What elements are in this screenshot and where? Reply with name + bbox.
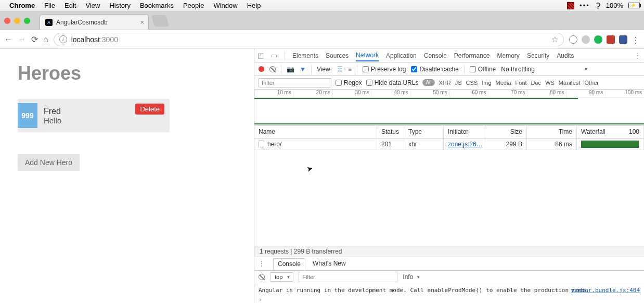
filter-js[interactable]: JS [455,80,462,86]
menu-edit[interactable]: Edit [65,2,76,9]
offline-checkbox[interactable]: Offline [470,66,496,73]
tick: 60 ms [449,90,488,97]
menu-view[interactable]: View [85,2,100,9]
address-bar[interactable]: i localhost:3000 ☆ [54,33,564,46]
hide-data-urls-checkbox[interactable]: Hide data URLs [366,79,419,86]
console-context-select[interactable]: top▼ [270,272,293,282]
inspect-icon[interactable]: ◰ [257,52,264,59]
filter-img[interactable]: Img [482,80,491,86]
menu-bookmarks[interactable]: Bookmarks [140,2,174,9]
tab-network[interactable]: Network [356,52,379,61]
timeline-bar [254,98,578,99]
ext-icon-5[interactable] [619,35,627,44]
menu-file[interactable]: File [44,2,55,9]
tab-sources[interactable]: Sources [326,52,349,59]
filter-other[interactable]: Other [584,80,599,86]
network-grid-body[interactable]: hero/ 201 xhr zone.js:26… 299 B 86 ms [254,138,644,246]
tab-close-icon[interactable]: × [140,18,144,26]
filter-doc[interactable]: Doc [531,80,542,86]
console-filter-input[interactable] [299,272,397,282]
req-status: 201 [377,138,404,150]
tab-application[interactable]: Application [386,52,417,59]
col-time[interactable]: Time [527,126,577,138]
reload-button[interactable]: ⟳ [31,34,38,44]
menu-app[interactable]: Chrome [9,2,35,9]
drawer-tab-console[interactable]: Console [273,258,305,270]
network-timeline[interactable]: 10 ms 20 ms 30 ms 40 ms 50 ms 60 ms 70 m… [254,90,644,126]
tab-performance[interactable]: Performance [454,52,490,59]
ext-icon-4[interactable] [607,35,615,44]
menu-history[interactable]: History [109,2,130,9]
col-waterfall[interactable]: Waterfall100 [577,126,644,138]
filter-media[interactable]: Media [496,80,511,86]
chrome-menu-icon[interactable]: ⋮ [632,35,640,44]
req-size: 299 B [484,138,527,150]
regex-checkbox[interactable]: Regex [336,79,362,86]
disable-cache-checkbox[interactable]: Disable cache [411,66,458,73]
drawer-tabbar: ⋮ Console What's New [254,257,644,271]
window-zoom-icon[interactable] [24,18,30,24]
devtools-tabbar: ◰ ▭ Elements Sources Network Application… [254,49,644,62]
chrome-tabstrip: A AngularCosmosdb × [0,11,644,30]
filter-css[interactable]: CSS [466,80,478,86]
clear-icon[interactable] [269,66,276,72]
console-source-link[interactable]: vendor.bundle.js:404 [571,286,640,294]
tab-elements[interactable]: Elements [292,52,318,59]
menu-people[interactable]: People [183,2,204,9]
timeline-bar-bottom [254,123,644,124]
ext-icon-3[interactable] [594,35,602,44]
menu-help[interactable]: Help [247,2,261,9]
col-size[interactable]: Size [484,126,527,138]
filter-xhr[interactable]: XHR [439,80,451,86]
tab-memory[interactable]: Memory [497,52,520,59]
window-minimize-icon[interactable] [14,18,20,24]
filter-ws[interactable]: WS [545,80,555,86]
col-name[interactable]: Name [254,126,377,138]
hero-card[interactable]: 999 Fred Hello Delete [18,99,170,132]
add-hero-button[interactable]: Add New Hero [18,154,80,171]
menu-extra-dots-icon[interactable]: ••• [579,2,590,9]
filter-font[interactable]: Font [516,80,527,86]
back-button[interactable]: ← [4,35,12,44]
view-small-icon[interactable]: ≡ [348,66,352,73]
filter-input[interactable] [259,78,331,87]
record-icon[interactable] [259,66,264,72]
tab-security[interactable]: Security [527,52,549,59]
drawer-menu-icon[interactable]: ⋮ [259,260,266,267]
ext-icon-2[interactable] [582,35,590,44]
browser-tab[interactable]: A AngularCosmosdb × [40,14,149,30]
preserve-log-checkbox[interactable]: Preserve log [363,66,406,73]
home-button[interactable]: ⌂ [43,35,48,44]
console-clear-icon[interactable] [259,274,265,280]
ext-icon-1[interactable] [569,35,577,44]
drawer-tab-whatsnew[interactable]: What's New [313,260,346,267]
console-prompt[interactable]: › [254,296,644,303]
col-type[interactable]: Type [404,126,444,138]
filter-manifest[interactable]: Manifest [559,80,581,86]
throttling-select[interactable]: No throttling▼ [501,66,588,73]
menu-extra-icon[interactable] [567,2,574,9]
battery-percent: 100% [606,2,623,9]
filter-toggle-icon[interactable]: ▼ [300,66,306,73]
menu-window[interactable]: Window [213,2,237,9]
tick: 10 ms [254,90,293,97]
view-large-icon[interactable]: ☰ [337,66,343,73]
filter-all[interactable]: All [422,79,434,86]
wifi-icon[interactable]: ⚳ [595,1,601,10]
console-level-select[interactable]: Info▼ [403,273,420,281]
site-info-icon[interactable]: i [59,35,67,43]
bookmark-star-icon[interactable]: ☆ [551,35,558,44]
col-status[interactable]: Status [377,126,404,138]
new-tab-button[interactable] [151,15,169,27]
device-toggle-icon[interactable]: ▭ [271,52,277,59]
battery-icon[interactable]: ⚡ [628,3,640,8]
req-initiator-link[interactable]: zone.js:26… [448,141,483,148]
screenshot-icon[interactable]: 📷 [287,66,294,73]
network-request-row[interactable]: hero/ 201 xhr zone.js:26… 299 B 86 ms [254,138,644,150]
devtools-more-icon[interactable]: ⋮ [634,52,641,59]
tab-console[interactable]: Console [424,52,447,59]
tab-audits[interactable]: Audits [557,52,574,59]
delete-button[interactable]: Delete [135,104,164,115]
col-initiator[interactable]: Initiator [444,126,484,138]
window-close-icon[interactable] [4,18,10,24]
